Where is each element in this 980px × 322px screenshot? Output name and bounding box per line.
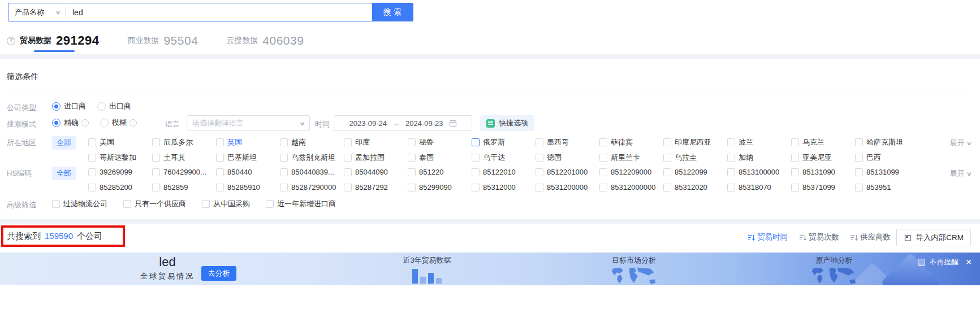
checkbox[interactable]	[280, 168, 288, 176]
radio-icon[interactable]	[97, 102, 106, 111]
filter-option-853951[interactable]: 853951	[855, 183, 919, 192]
region-expand-button[interactable]: 展开 ∨	[950, 138, 971, 148]
checkbox[interactable]	[727, 184, 735, 192]
card-origin-analysis[interactable]: 原产地分析	[800, 255, 868, 285]
radio-icon[interactable]	[52, 119, 61, 127]
filter-option-印度尼西亚[interactable]: 印度尼西亚	[663, 137, 727, 147]
checkbox[interactable]	[855, 168, 863, 176]
checkbox[interactable]	[472, 168, 480, 176]
filter-option-8512201000[interactable]: 8512201000	[536, 168, 599, 176]
checkbox[interactable]	[599, 168, 607, 176]
filter-option-乌干达[interactable]: 乌干达	[472, 153, 536, 163]
date-end[interactable]: 2024-09-23	[405, 119, 443, 128]
tab-business-data[interactable]: 商业数据 95504	[127, 34, 198, 47]
checkbox[interactable]	[408, 138, 416, 146]
filter-option-85312000[interactable]: 85312000	[472, 183, 536, 192]
filter-option-厄瓜多尔[interactable]: 厄瓜多尔	[152, 137, 216, 147]
card-target-market[interactable]: 目标市场分析	[599, 255, 668, 285]
checkbox[interactable]	[791, 168, 799, 176]
filter-option-只有一个供应商[interactable]: 只有一个供应商	[123, 199, 186, 209]
checkbox[interactable]	[663, 168, 671, 176]
sort-trade-count[interactable]: 贸易次数	[799, 232, 839, 242]
checkbox[interactable]	[152, 138, 160, 146]
filter-option-85285910[interactable]: 85285910	[216, 183, 280, 192]
checkbox[interactable]	[280, 154, 288, 162]
filter-option-8531200000[interactable]: 8531200000	[536, 183, 599, 192]
filter-option-孟加拉国[interactable]: 孟加拉国	[344, 153, 408, 163]
checkbox[interactable]	[791, 154, 799, 162]
dismiss-label[interactable]: 不再提醒	[929, 257, 959, 267]
filter-option-85287290000[interactable]: 85287290000	[280, 183, 344, 192]
checkbox[interactable]	[88, 184, 96, 192]
checkbox[interactable]	[408, 168, 416, 176]
filter-option-8512209000[interactable]: 8512209000	[599, 168, 663, 176]
filter-option-85318070[interactable]: 85318070	[727, 183, 791, 192]
help-icon[interactable]: ?	[7, 37, 15, 45]
checkbox[interactable]	[536, 154, 543, 162]
filter-option-土耳其[interactable]: 土耳其	[152, 153, 216, 163]
checkbox[interactable]	[408, 154, 416, 162]
filter-option-泰国[interactable]: 泰国	[408, 153, 472, 163]
checkbox[interactable]	[599, 154, 607, 162]
checkbox[interactable]	[791, 138, 799, 146]
filter-option-印度[interactable]: 印度	[344, 137, 408, 147]
analyze-button[interactable]: 去分析	[201, 266, 236, 281]
language-select[interactable]: 请选择翻译语言 ∨	[187, 115, 310, 131]
radio-importer[interactable]: 进口商	[52, 101, 86, 111]
filter-option-俄罗斯[interactable]: 俄罗斯	[472, 137, 536, 147]
close-icon[interactable]: ✕	[965, 258, 972, 267]
checkbox[interactable]	[344, 154, 352, 162]
filter-option-近一年新增进口商[interactable]: 近一年新增进口商	[266, 199, 336, 209]
radio-fuzzy[interactable]: 模糊 !	[100, 118, 137, 128]
filter-option-斯里兰卡[interactable]: 斯里兰卡	[599, 153, 663, 163]
info-icon[interactable]: !	[81, 119, 89, 127]
dismiss-checkbox[interactable]	[918, 259, 925, 266]
card-trade-data-3y[interactable]: 近3年贸易数据	[393, 255, 461, 284]
filter-option-39269099[interactable]: 39269099	[88, 168, 152, 176]
filter-option-哈萨克斯坦[interactable]: 哈萨克斯坦	[855, 137, 919, 147]
filter-option-德国[interactable]: 德国	[536, 153, 599, 163]
filter-option-菲律宾[interactable]: 菲律宾	[599, 137, 663, 147]
filter-option-85287292[interactable]: 85287292	[344, 183, 408, 192]
checkbox[interactable]	[663, 154, 671, 162]
sort-trade-time[interactable]: 贸易时间	[748, 232, 788, 242]
search-button[interactable]: 搜 索	[372, 3, 413, 21]
filter-option-85122010[interactable]: 85122010	[472, 168, 536, 176]
filter-option-850440839...[interactable]: 850440839...	[280, 168, 344, 176]
filter-option-85299090[interactable]: 85299090	[408, 183, 472, 192]
checkbox[interactable]	[280, 138, 288, 146]
filter-option-墨西哥[interactable]: 墨西哥	[536, 137, 599, 147]
filter-option-85312000000[interactable]: 85312000000	[599, 183, 663, 192]
checkbox[interactable]	[216, 154, 224, 162]
radio-exact[interactable]: 精确 !	[52, 118, 89, 128]
checkbox[interactable]	[663, 184, 671, 192]
checkbox[interactable]	[88, 168, 96, 176]
checkbox[interactable]	[216, 138, 224, 146]
import-crm-button[interactable]: 导入内部CRM	[896, 229, 971, 246]
filter-option-巴基斯坦[interactable]: 巴基斯坦	[216, 153, 280, 163]
checkbox[interactable]	[536, 184, 543, 192]
hs-expand-button[interactable]: 展开 ∨	[950, 168, 971, 179]
checkbox[interactable]	[472, 184, 480, 192]
checkbox[interactable]	[280, 184, 288, 192]
checkbox[interactable]	[727, 154, 735, 162]
region-all-chip[interactable]: 全部	[52, 136, 76, 150]
filter-option-850440[interactable]: 850440	[216, 168, 280, 176]
checkbox[interactable]	[216, 168, 224, 176]
tab-cloud-search-data[interactable]: 云搜数据 406039	[226, 34, 304, 47]
radio-icon[interactable]	[52, 102, 61, 111]
checkbox[interactable]	[344, 168, 352, 176]
checkbox[interactable]	[855, 138, 863, 146]
filter-option-760429900...[interactable]: 760429900...	[152, 168, 216, 176]
filter-option-8513100000[interactable]: 8513100000	[727, 168, 791, 176]
filter-option-亚美尼亚[interactable]: 亚美尼亚	[791, 153, 855, 163]
filter-option-85131090[interactable]: 85131090	[791, 168, 855, 176]
info-icon[interactable]: !	[129, 119, 137, 127]
checkbox[interactable]	[536, 138, 543, 146]
filter-option-英国[interactable]: 英国	[216, 137, 280, 147]
checkbox[interactable]	[727, 168, 735, 176]
filter-option-乌克兰[interactable]: 乌克兰	[791, 137, 855, 147]
filter-option-美国[interactable]: 美国	[88, 137, 152, 147]
sort-supplier-count[interactable]: 供应商数	[851, 232, 891, 242]
checkbox[interactable]	[663, 138, 671, 146]
